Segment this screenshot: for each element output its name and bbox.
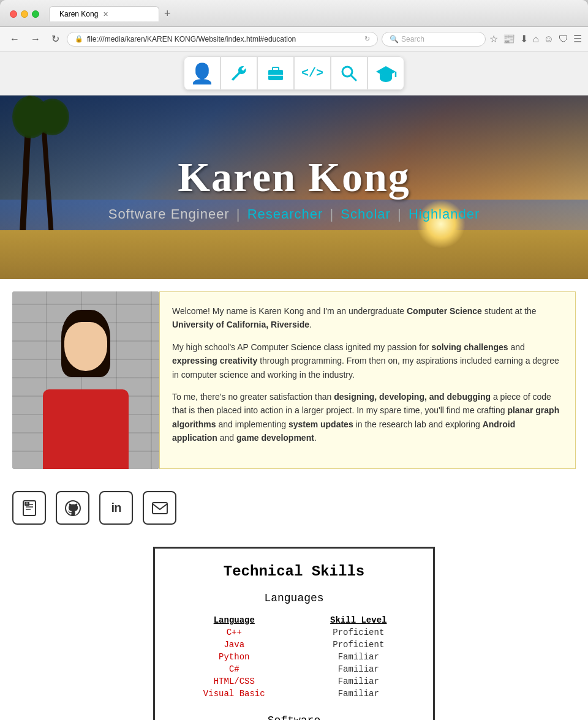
nav-projects[interactable]: </> — [294, 56, 331, 90]
close-button[interactable] — [10, 10, 17, 18]
bio-para-3: To me, there's no greater satisfaction t… — [172, 390, 563, 445]
svg-point-12 — [26, 502, 28, 504]
nav-education[interactable] — [368, 56, 404, 90]
home-icon[interactable]: ⌂ — [533, 34, 539, 45]
languages-title: Languages — [170, 592, 418, 604]
nav-about[interactable]: 👤 — [184, 56, 221, 90]
svg-line-4 — [351, 75, 356, 80]
search-bar[interactable]: 🔍 Search — [382, 32, 486, 47]
traffic-lights — [10, 10, 39, 18]
skill-row: JavaProficient — [170, 639, 418, 651]
skill-language: HTML/CSS — [170, 675, 299, 688]
download-icon[interactable]: ⬇ — [520, 33, 528, 45]
new-tab-button[interactable]: + — [159, 7, 176, 20]
hero-content: Karen Kong Software Engineer | Researche… — [0, 96, 588, 279]
bio-para-1: Welcome! My name is Karen Kong and I'm a… — [172, 304, 563, 332]
profile-photo — [12, 291, 159, 469]
skill-level: Familiar — [299, 688, 418, 700]
maximize-button[interactable] — [32, 10, 39, 18]
bio-para-2: My high school's AP Computer Science cla… — [172, 340, 563, 381]
skills-title: Technical Skills — [170, 563, 418, 580]
svg-rect-14 — [153, 503, 167, 514]
skill-level: Familiar — [299, 663, 418, 675]
lang-header: Language — [170, 614, 299, 626]
skill-language: C++ — [170, 626, 299, 639]
tab-close-button[interactable]: × — [103, 10, 108, 18]
hero-name: Karen Kong — [178, 153, 410, 201]
graduation-cap-icon — [375, 64, 397, 83]
level-header: Skill Level — [299, 614, 418, 626]
shield-icon[interactable]: 🛡 — [559, 34, 568, 45]
email-icon — [151, 500, 168, 517]
skill-language: Visual Basic — [170, 688, 299, 700]
tab-label: Karen Kong — [59, 10, 98, 18]
skill-row: C++Proficient — [170, 626, 418, 639]
github-button[interactable] — [56, 491, 89, 525]
search-placeholder: Search — [401, 35, 424, 43]
back-button[interactable]: ← — [6, 31, 23, 47]
nav-icons-container: 👤 </> — [184, 56, 404, 90]
nav-skills[interactable] — [221, 56, 257, 90]
github-icon — [64, 499, 82, 517]
skills-box: Technical Skills Languages Language Skil… — [153, 547, 435, 720]
briefcase-icon — [266, 64, 285, 83]
skill-level: Familiar — [299, 675, 418, 688]
subtitle-highlander: Highlander — [409, 206, 480, 222]
svg-rect-1 — [273, 67, 279, 70]
linkedin-button[interactable]: in — [99, 491, 133, 525]
bookmark-star-icon[interactable]: ☆ — [489, 33, 498, 45]
minimize-button[interactable] — [21, 10, 28, 18]
browser-tab[interactable]: Karen Kong × — [49, 6, 159, 21]
smiley-icon[interactable]: ☺ — [544, 34, 554, 45]
skill-level: Proficient — [299, 626, 418, 639]
software-title: Software — [170, 714, 418, 720]
subtitle-researcher: Researcher — [247, 206, 323, 222]
bio-box: Welcome! My name is Karen Kong and I'm a… — [159, 291, 576, 469]
skill-level: Familiar — [299, 651, 418, 663]
menu-icon[interactable]: ☰ — [573, 33, 582, 45]
hero-section: Karen Kong Software Engineer | Researche… — [0, 96, 588, 279]
nav-search[interactable] — [331, 56, 368, 90]
search-nav-icon — [339, 64, 359, 83]
email-button[interactable] — [143, 491, 176, 525]
skill-level: Proficient — [299, 639, 418, 651]
subtitle-scholar: Scholar — [341, 206, 391, 222]
resume-icon — [21, 500, 38, 517]
photo-face — [64, 322, 107, 371]
skills-section: Technical Skills Languages Language Skil… — [0, 534, 588, 720]
skill-row: Visual BasicFamiliar — [170, 688, 418, 700]
site-nav: 👤 </> — [0, 51, 588, 96]
photo-body — [43, 389, 129, 469]
skill-language: Python — [170, 651, 299, 663]
forward-button[interactable]: → — [27, 31, 44, 47]
reload-button[interactable]: ↻ — [48, 31, 63, 47]
title-bar: Karen Kong × + — [0, 0, 588, 27]
social-icons: in — [0, 481, 588, 534]
reader-view-icon[interactable]: 📰 — [503, 33, 515, 45]
tab-bar: Karen Kong × + — [49, 6, 578, 21]
nav-bar: ← → ↻ 🔒 file:///media/karen/KAREN KONG/W… — [0, 27, 588, 51]
browser-toolbar-icons: ☆ 📰 ⬇ ⌂ ☺ 🛡 ☰ — [489, 33, 582, 45]
subtitle-engineer: Software Engineer — [108, 206, 230, 222]
browser-window: Karen Kong × + ← → ↻ 🔒 file:///media/kar… — [0, 0, 588, 720]
skills-table: Language Skill Level C++ProficientJavaPr… — [170, 614, 418, 700]
svg-marker-5 — [376, 66, 396, 77]
url-text: file:///media/karen/KAREN KONG/Website/i… — [87, 35, 361, 43]
resume-button[interactable] — [12, 491, 46, 525]
skill-row: PythonFamiliar — [170, 651, 418, 663]
about-section: Welcome! My name is Karen Kong and I'm a… — [0, 279, 588, 481]
skill-language: C# — [170, 663, 299, 675]
url-bar[interactable]: 🔒 file:///media/karen/KAREN KONG/Website… — [67, 32, 378, 47]
wrench-icon — [229, 64, 249, 83]
skill-language: Java — [170, 639, 299, 651]
hero-subtitle: Software Engineer | Researcher | Scholar… — [108, 206, 480, 222]
skill-row: HTML/CSSFamiliar — [170, 675, 418, 688]
nav-experience[interactable] — [257, 56, 294, 90]
skill-row: C#Familiar — [170, 663, 418, 675]
